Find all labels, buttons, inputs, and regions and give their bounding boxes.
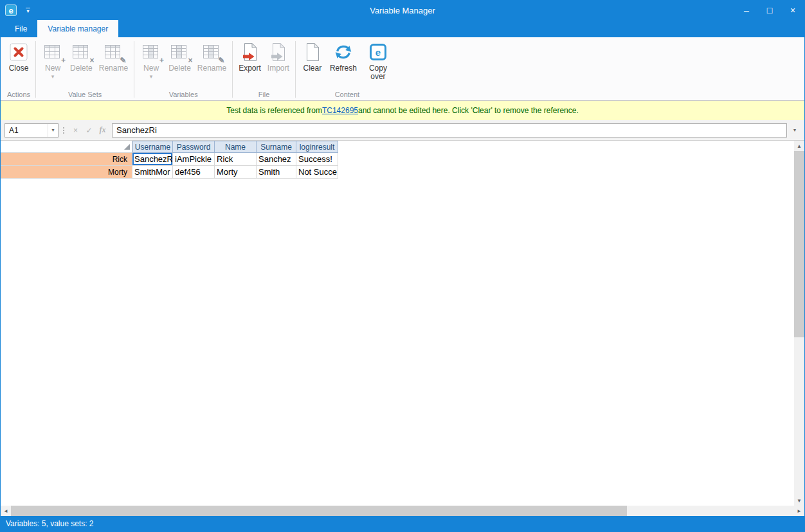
status-bar: Variables: 5, value sets: 2 <box>1 516 804 531</box>
export-document-icon <box>242 41 258 63</box>
tab-file[interactable]: File <box>5 20 37 37</box>
window-controls: – □ × <box>735 1 804 20</box>
function-button[interactable]: fx <box>96 124 109 137</box>
ribbon-tab-row: File Variable manager <box>1 20 804 37</box>
cell-a2[interactable]: SmithMor <box>132 166 173 179</box>
column-header-name[interactable]: Name <box>215 141 257 153</box>
x-badge-icon: × <box>89 57 94 64</box>
chevron-down-icon: ▾ <box>150 74 153 80</box>
cell-b1[interactable]: iAmPickle <box>173 153 215 166</box>
quick-access-dropdown[interactable]: ▾ <box>26 8 30 13</box>
name-box-dropdown-icon[interactable]: ▾ <box>48 124 58 137</box>
rename-variable-button[interactable]: ✎ Rename <box>194 39 230 74</box>
spreadsheet-area: Username Password Name Surname loginresu… <box>1 141 804 506</box>
cell-c2[interactable]: Morty <box>215 166 257 179</box>
vertical-scrollbar[interactable]: ▲ ▼ <box>794 141 804 506</box>
blank-document-icon <box>305 41 320 63</box>
close-red-x-icon <box>9 41 28 63</box>
scroll-down-icon[interactable]: ▼ <box>794 495 804 506</box>
corner-triangle-icon <box>124 144 130 150</box>
grid-header-row: Username Password Name Surname loginresu… <box>1 141 338 153</box>
accept-entry-button[interactable]: ✓ <box>82 124 96 137</box>
close-button-label: Close <box>9 64 29 73</box>
export-button[interactable]: Export <box>235 39 264 74</box>
app-logo-icon[interactable]: e <box>5 4 17 16</box>
maximize-button[interactable]: □ <box>758 1 781 20</box>
scroll-right-icon[interactable]: ► <box>794 508 804 514</box>
rename-value-set-button[interactable]: ✎ Rename <box>96 39 131 74</box>
delete-value-set-button[interactable]: × Delete <box>67 39 96 74</box>
cell-a1-value: SanchezRi <box>134 154 173 164</box>
formula-input[interactable] <box>112 123 787 137</box>
new-value-set-label: New <box>45 64 60 73</box>
ribbon-group-variables: + New ▾ × <box>136 39 231 100</box>
row-header-rick[interactable]: Rick <box>1 153 132 166</box>
scroll-up-icon[interactable]: ▲ <box>794 141 804 151</box>
x-badge-icon: × <box>188 57 192 64</box>
import-button[interactable]: Import <box>264 39 293 74</box>
cell-name-box[interactable]: A1 ▾ <box>5 123 59 137</box>
cell-d2[interactable]: Smith <box>257 166 296 179</box>
ribbon-group-actions: Close Actions <box>3 39 34 100</box>
table-delete-icon: × <box>71 41 91 63</box>
grid-row-morty: Morty SmithMor def456 Morty Smith Not Su… <box>1 166 338 179</box>
ribbon-separator <box>232 41 233 98</box>
grid-row-rick: Rick SanchezRi iAmPickle Rick Sanchez Su… <box>1 153 338 166</box>
column-header-username[interactable]: Username <box>132 141 173 153</box>
refresh-button[interactable]: Refresh <box>327 39 360 74</box>
copy-over-button[interactable]: e Copy over <box>360 39 396 82</box>
ribbon-group-file: Export Import File <box>234 39 294 100</box>
horizontal-scrollbar[interactable]: ◄ ► <box>1 506 804 516</box>
new-variable-label: New <box>143 64 159 73</box>
horizontal-scroll-thumb[interactable] <box>11 506 627 516</box>
column-header-surname[interactable]: Surname <box>257 141 296 153</box>
scroll-left-icon[interactable]: ◄ <box>1 508 11 514</box>
import-label: Import <box>267 64 289 73</box>
new-value-set-button[interactable]: + New ▾ <box>39 39 67 81</box>
column-delete-icon: × <box>170 41 189 63</box>
cell-e1[interactable]: Success! <box>296 153 338 166</box>
cell-b2[interactable]: def456 <box>173 166 215 179</box>
close-button[interactable]: Close <box>5 39 33 74</box>
new-variable-button[interactable]: + New ▾ <box>137 39 165 81</box>
vertical-scroll-thumb[interactable] <box>794 151 804 337</box>
chevron-down-icon: ▾ <box>26 9 29 13</box>
variable-manager-window: e ▾ Variable Manager – □ × File Variable… <box>0 0 805 532</box>
column-header-loginresult[interactable]: loginresult <box>296 141 338 153</box>
group-label-file: File <box>235 90 293 100</box>
pencil-badge-icon: ✎ <box>120 57 126 64</box>
column-header-password[interactable]: Password <box>173 141 215 153</box>
chevron-down-icon: ▾ <box>51 74 55 80</box>
refresh-icon <box>334 41 353 63</box>
formula-bar: A1 ▾ × ✓ fx ▾ <box>1 120 804 141</box>
title-bar: e ▾ Variable Manager – □ × <box>1 1 804 20</box>
expand-formula-bar-icon[interactable]: ▾ <box>789 123 800 137</box>
import-document-icon <box>271 41 286 63</box>
row-header-morty[interactable]: Morty <box>1 166 132 179</box>
rename-variable-label: Rename <box>197 64 226 73</box>
minimize-button[interactable]: – <box>735 1 758 20</box>
cell-a1-selected[interactable]: SanchezRi <box>132 153 173 166</box>
export-label: Export <box>239 64 261 73</box>
delete-variable-button[interactable]: × Delete <box>165 39 194 74</box>
cancel-entry-button[interactable]: × <box>69 124 82 137</box>
testcase-link[interactable]: TC142695 <box>322 106 358 115</box>
formula-bar-splitter <box>60 127 68 134</box>
reference-notice-bar: Test data is referenced from TC142695 an… <box>1 101 804 120</box>
cell-reference: A1 <box>5 126 48 135</box>
table-add-icon: + <box>43 41 62 63</box>
cell-e2[interactable]: Not Succe <box>296 166 338 179</box>
tab-variable-manager[interactable]: Variable manager <box>37 20 118 37</box>
ribbon-group-content: Clear Refresh e <box>297 39 397 100</box>
select-all-corner-cell[interactable] <box>1 141 132 153</box>
close-window-button[interactable]: × <box>781 1 804 20</box>
status-text: Variables: 5, value sets: 2 <box>6 519 94 528</box>
clear-button[interactable]: Clear <box>298 39 327 74</box>
group-label-variables: Variables <box>137 90 230 100</box>
ribbon-separator <box>35 41 36 98</box>
cell-c1[interactable]: Rick <box>215 153 257 166</box>
cell-d1[interactable]: Sanchez <box>257 153 296 166</box>
table-rename-icon: ✎ <box>104 41 123 63</box>
group-label-actions: Actions <box>5 90 33 100</box>
ribbon-group-value-sets: + New ▾ × <box>37 39 132 100</box>
